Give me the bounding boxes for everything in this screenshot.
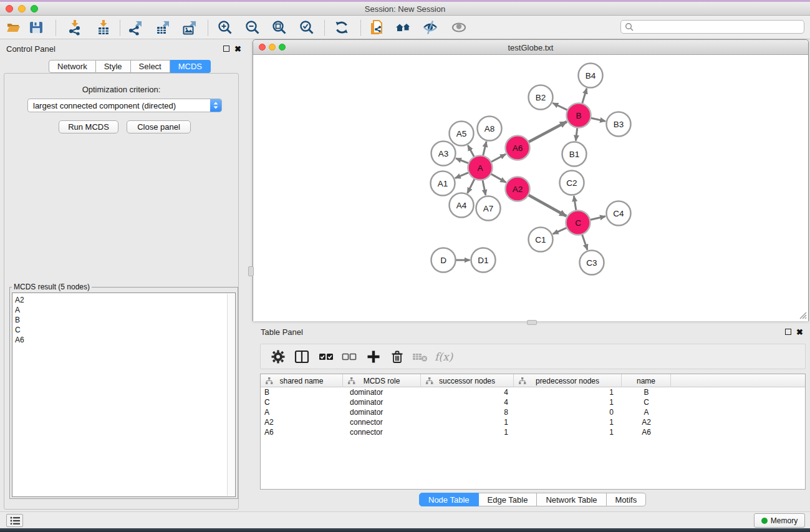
- table-cell[interactable]: 4: [421, 398, 508, 407]
- table-cell[interactable]: B: [264, 388, 339, 397]
- table-cell[interactable]: 1: [514, 428, 614, 437]
- table-cell[interactable]: dominator: [350, 398, 417, 407]
- graph-node-label: A5: [456, 129, 467, 138]
- control-panel-float-icon[interactable]: [223, 46, 229, 52]
- result-list-item[interactable]: A: [15, 305, 235, 315]
- table-panel-float-icon[interactable]: [785, 329, 791, 335]
- table-cell[interactable]: connector: [350, 428, 417, 437]
- table-cell[interactable]: A: [622, 408, 671, 417]
- memory-button[interactable]: Memory: [754, 513, 805, 528]
- export-table-icon[interactable]: [152, 17, 173, 37]
- result-list-item[interactable]: B: [15, 315, 235, 325]
- table-cell[interactable]: dominator: [350, 408, 417, 417]
- result-list-scrollbar[interactable]: [227, 294, 234, 496]
- import-table-icon[interactable]: [93, 17, 114, 37]
- table-cell[interactable]: 1: [514, 398, 614, 407]
- search-field[interactable]: [620, 20, 804, 34]
- column-header-successor-nodes[interactable]: successor nodes: [421, 374, 514, 387]
- tab-network[interactable]: Network: [49, 60, 96, 73]
- column-header-mcds-role[interactable]: MCDS role: [343, 374, 421, 387]
- table-cell[interactable]: 1: [421, 418, 508, 427]
- run-mcds-button[interactable]: Run MCDS: [59, 120, 118, 133]
- status-bar: Memory: [0, 511, 810, 528]
- table-row[interactable]: Bdominator41B: [261, 387, 805, 397]
- main-toolbar: [0, 16, 810, 39]
- zoom-fit-icon[interactable]: [269, 17, 290, 37]
- table-cell[interactable]: B: [622, 388, 671, 397]
- tab-mcds[interactable]: MCDS: [170, 60, 211, 73]
- result-list-item[interactable]: C: [15, 325, 235, 335]
- table-cell[interactable]: A: [264, 408, 339, 417]
- table-cell[interactable]: 1: [514, 418, 614, 427]
- graph-node-label: B2: [536, 93, 546, 102]
- table-toolbar: f(x): [260, 344, 806, 369]
- delete-selected-icon[interactable]: [387, 347, 408, 367]
- column-header-predecessor-nodes[interactable]: predecessor nodes: [514, 374, 622, 387]
- table-cell[interactable]: A6: [264, 428, 339, 437]
- deselect-all-icon[interactable]: [339, 347, 360, 367]
- graph-edge[interactable]: [526, 122, 567, 143]
- table-row[interactable]: Adominator80A: [261, 407, 805, 417]
- tab-motifs[interactable]: Motifs: [607, 493, 647, 506]
- table-cell[interactable]: 1: [514, 388, 614, 397]
- graph-edge[interactable]: [526, 194, 567, 216]
- table-panel-close-icon[interactable]: ✖: [796, 329, 803, 336]
- table-cell[interactable]: 4: [421, 388, 508, 397]
- result-list-item[interactable]: A6: [15, 335, 235, 345]
- split-panel-icon[interactable]: [291, 347, 312, 367]
- left-splitter-grip[interactable]: [248, 266, 254, 276]
- node-table[interactable]: shared name MCDS role successor nodes pr…: [260, 374, 806, 490]
- tab-node-table[interactable]: Node Table: [419, 493, 479, 506]
- table-row[interactable]: A2connector11A2: [261, 417, 805, 427]
- tab-edge-table[interactable]: Edge Table: [479, 493, 538, 506]
- manage-networks-icon[interactable]: [366, 17, 387, 37]
- table-cell[interactable]: 0: [514, 408, 614, 417]
- table-cell[interactable]: 1: [421, 428, 508, 437]
- first-neighbors-icon[interactable]: [393, 17, 414, 37]
- table-cell[interactable]: A2: [622, 418, 671, 427]
- table-cell[interactable]: C: [264, 398, 339, 407]
- resize-grip-icon[interactable]: [798, 311, 807, 319]
- open-session-icon[interactable]: [3, 17, 24, 37]
- table-cell[interactable]: connector: [350, 418, 417, 427]
- import-network-icon[interactable]: [64, 17, 85, 37]
- graph-node-label: D: [440, 256, 446, 265]
- save-session-icon[interactable]: [26, 17, 47, 37]
- bottom-splitter-grip[interactable]: [527, 320, 537, 325]
- table-cell[interactable]: dominator: [350, 388, 417, 397]
- column-header-name[interactable]: name: [622, 374, 671, 387]
- settings-gear-icon[interactable]: [268, 347, 289, 367]
- graph-node-label: B3: [614, 120, 624, 129]
- table-cell[interactable]: C: [622, 398, 671, 407]
- search-input[interactable]: [634, 22, 804, 31]
- zoom-out-icon[interactable]: [242, 17, 263, 37]
- table-cell[interactable]: 8: [421, 408, 508, 417]
- zoom-in-icon[interactable]: [215, 17, 236, 37]
- network-canvas[interactable]: B4B2BB3A8A5A6B1A3AA1C2A2A4A7C4CC1C3DD1: [253, 55, 808, 321]
- add-column-icon[interactable]: [363, 347, 384, 367]
- control-panel-close-icon[interactable]: ✖: [234, 46, 241, 53]
- close-panel-button[interactable]: Close panel: [127, 120, 191, 133]
- hide-graphics-details-icon[interactable]: [420, 17, 441, 37]
- mcds-result-list[interactable]: A2ABCA6: [12, 293, 236, 497]
- tab-select[interactable]: Select: [131, 60, 170, 73]
- table-cell[interactable]: A6: [622, 428, 671, 437]
- refresh-layout-icon[interactable]: [331, 17, 352, 37]
- select-all-icon[interactable]: [316, 347, 337, 367]
- toolbar-separator: [120, 20, 120, 36]
- column-header-shared-name[interactable]: shared name: [261, 374, 343, 387]
- show-graphics-details-icon[interactable]: [448, 17, 470, 37]
- task-history-button[interactable]: [6, 514, 23, 527]
- export-network-icon[interactable]: [125, 17, 146, 37]
- tab-network-table[interactable]: Network Table: [537, 493, 606, 506]
- export-image-icon[interactable]: [179, 17, 200, 37]
- table-cell[interactable]: A2: [264, 418, 339, 427]
- node-table-body[interactable]: Bdominator41BCdominator41CAdominator80AA…: [261, 387, 805, 437]
- criterion-dropdown[interactable]: largest connected component (directed): [27, 99, 222, 112]
- result-list-item[interactable]: A2: [15, 295, 235, 305]
- table-row[interactable]: Cdominator41C: [261, 397, 805, 407]
- table-row[interactable]: A6connector11A6: [261, 427, 805, 437]
- desktop-wallpaper-edge: [0, 528, 810, 532]
- tab-style[interactable]: Style: [96, 60, 131, 73]
- zoom-selected-icon[interactable]: [296, 17, 317, 37]
